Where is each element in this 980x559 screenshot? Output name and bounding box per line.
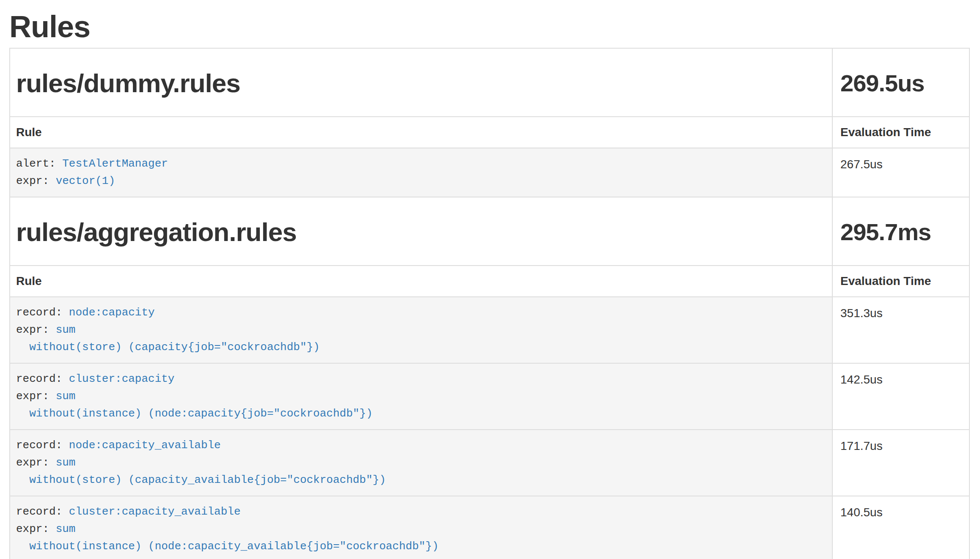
rule-name-link[interactable]: cluster:capacity: [69, 373, 175, 385]
evaluation-time-column-header: Evaluation Time: [832, 266, 969, 297]
rule-row: record: node:capacity expr: sum without(…: [10, 297, 969, 363]
rule-keyword: expr:: [16, 323, 56, 336]
rule-code: record: cluster:capacity_available expr:…: [16, 503, 826, 555]
rule-group-file: rules/dummy.rules: [10, 48, 832, 117]
rule-definition-cell: record: node:capacity expr: sum without(…: [10, 297, 832, 363]
rule-column-header: Rule: [10, 117, 832, 148]
rule-row: alert: TestAlertManager expr: vector(1)2…: [10, 148, 969, 197]
rule-keyword: record:: [16, 439, 69, 452]
rule-expression-link[interactable]: vector(1): [56, 175, 115, 187]
rule-definition-cell: record: cluster:capacity_available expr:…: [10, 496, 832, 559]
page-title: Rules: [9, 11, 969, 42]
rule-keyword: record:: [16, 373, 69, 385]
rule-row: record: cluster:capacity_available expr:…: [10, 496, 969, 559]
rule-name-link[interactable]: TestAlertManager: [62, 157, 168, 170]
rule-row: record: node:capacity_available expr: su…: [10, 430, 969, 496]
rule-group-header-row: rules/aggregation.rules295.7ms: [10, 197, 969, 266]
rule-keyword: expr:: [16, 523, 56, 535]
rule-column-header: Rule: [10, 266, 832, 297]
rule-definition-cell: record: node:capacity_available expr: su…: [10, 430, 832, 496]
rule-evaluation-time: 140.5us: [832, 496, 969, 559]
evaluation-time-column-header: Evaluation Time: [832, 117, 969, 148]
rule-expression-link[interactable]: sum without(instance) (node:capacity{job…: [16, 390, 373, 420]
rule-evaluation-time: 142.5us: [832, 363, 969, 430]
rule-definition-cell: record: cluster:capacity expr: sum witho…: [10, 363, 832, 430]
column-header-row: RuleEvaluation Time: [10, 117, 969, 148]
rule-keyword: record:: [16, 306, 69, 319]
rule-code: record: node:capacity expr: sum without(…: [16, 304, 826, 356]
rule-code: record: node:capacity_available expr: su…: [16, 437, 826, 489]
rule-name-link[interactable]: cluster:capacity_available: [69, 505, 241, 518]
rule-keyword: record:: [16, 505, 69, 518]
rule-row: record: cluster:capacity expr: sum witho…: [10, 363, 969, 430]
rule-evaluation-time: 171.7us: [832, 430, 969, 496]
rule-group-evaluation-time: 269.5us: [832, 48, 969, 117]
rule-expression-link[interactable]: sum without(instance) (node:capacity_ava…: [16, 523, 439, 553]
column-header-row: RuleEvaluation Time: [10, 266, 969, 297]
page: Rules rules/dummy.rules269.5usRuleEvalua…: [0, 11, 980, 559]
rule-group-evaluation-time: 295.7ms: [832, 197, 969, 266]
rule-evaluation-time: 267.5us: [832, 148, 969, 197]
rule-name-link[interactable]: node:capacity_available: [69, 439, 221, 452]
rule-expression-link[interactable]: sum without(store) (capacity_available{j…: [16, 456, 386, 486]
rule-keyword: expr:: [16, 456, 56, 469]
rule-expression-link[interactable]: sum without(store) (capacity{job="cockro…: [16, 323, 320, 353]
rule-group-file: rules/aggregation.rules: [10, 197, 832, 266]
rule-definition-cell: alert: TestAlertManager expr: vector(1): [10, 148, 832, 197]
rule-name-link[interactable]: node:capacity: [69, 306, 155, 319]
rule-code: record: cluster:capacity expr: sum witho…: [16, 370, 826, 422]
rule-evaluation-time: 351.3us: [832, 297, 969, 363]
rules-table: rules/dummy.rules269.5usRuleEvaluation T…: [9, 48, 970, 559]
rule-code: alert: TestAlertManager expr: vector(1): [16, 155, 826, 190]
rule-keyword: alert:: [16, 157, 62, 170]
rule-group-header-row: rules/dummy.rules269.5us: [10, 48, 969, 117]
rule-keyword: expr:: [16, 175, 56, 187]
rule-keyword: expr:: [16, 390, 56, 403]
rules-table-body: rules/dummy.rules269.5usRuleEvaluation T…: [10, 48, 969, 559]
